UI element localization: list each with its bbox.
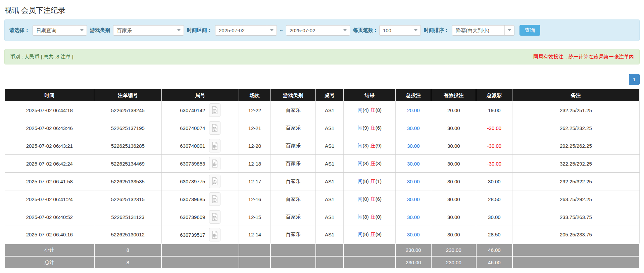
cell-remark: 292.25/262.25 [512, 137, 639, 155]
cell-valid-bet: 30.00 [431, 208, 476, 226]
cell-table-no: AS1 [316, 208, 344, 226]
date-range-tilde: ~ [280, 28, 283, 33]
cell-result: 闲(8)庄(1) [344, 173, 396, 190]
result-player-score: (4) [362, 107, 368, 113]
cell-result: 闲(8)庄(0) [344, 208, 396, 226]
result-banker-score: (9) [376, 143, 382, 148]
column-header-5: 游戏类别 [270, 90, 315, 101]
chevron-down-icon[interactable] [77, 26, 87, 35]
result-banker-score: (9) [376, 231, 382, 237]
total-bet-link[interactable]: 30.00 [407, 143, 420, 149]
video-replay-button[interactable] [209, 139, 220, 152]
cell-payout: -30.00 [476, 137, 512, 155]
result-banker-score: (8) [376, 107, 382, 113]
total-bet-link[interactable]: 30.00 [407, 196, 420, 202]
video-replay-button[interactable] [209, 192, 220, 206]
grand-total-total-bet: 230.00 [396, 256, 431, 269]
summary-currency-count: 币别 : 人民币 | 总共 :8 注单 | [10, 54, 73, 60]
result-banker: 庄 [370, 143, 376, 148]
total-bet-link[interactable]: 30.00 [407, 179, 420, 184]
chevron-down-icon[interactable] [267, 26, 277, 35]
chevron-down-icon[interactable] [174, 26, 184, 35]
video-replay-button[interactable] [209, 228, 220, 241]
sort-value: 降幂(由大到小) [452, 26, 504, 35]
cell-bet-no: 522625131123 [94, 208, 161, 226]
cell-bet-no: 522625133535 [94, 173, 161, 190]
total-bet-link[interactable]: 30.00 [407, 232, 420, 237]
cell-game-type: 百家乐 [270, 101, 315, 119]
query-type-value: 日期查询 [33, 26, 77, 35]
table-row: 2025-07-02 06:43:21522625136285630740001… [5, 137, 639, 155]
total-bet-link[interactable]: 30.00 [407, 161, 420, 167]
video-replay-button[interactable] [209, 175, 220, 188]
video-replay-button[interactable] [209, 121, 220, 135]
cell-valid-bet: 30.00 [431, 119, 476, 137]
cell-valid-bet: 30.00 [431, 190, 476, 208]
result-player-score: (0) [362, 196, 368, 202]
chevron-down-icon[interactable] [411, 26, 420, 35]
result-banker: 庄 [370, 214, 376, 220]
search-button[interactable]: 查询 [519, 25, 540, 36]
column-header-2: 注单编号 [94, 90, 161, 101]
cell-remark: 263.75/292.25 [512, 190, 639, 208]
subtotal-valid-bet: 230.00 [431, 244, 476, 256]
page-button-1[interactable]: 1 [629, 74, 640, 85]
video-file-icon [211, 141, 218, 150]
column-header-3: 局号 [161, 90, 239, 101]
total-bet-link[interactable]: 30.00 [407, 125, 420, 131]
date-to-select[interactable]: 2025-07-02 [286, 25, 350, 36]
column-header-8: 总投注 [396, 90, 431, 101]
round-no: 630739853 [180, 161, 205, 167]
column-header-11: 备注 [512, 90, 639, 101]
video-file-icon [211, 195, 218, 203]
page-title: 视讯 会员下注纪录 [4, 5, 640, 15]
cell-time: 2025-07-02 06:42:24 [5, 155, 94, 173]
subtotal-remark [512, 244, 639, 256]
cell-round-no: 630739609 [161, 208, 239, 226]
cell-bet-no: 522625137195 [94, 119, 161, 137]
table-row: 2025-07-02 06:42:24522625134469630739853… [5, 155, 639, 173]
bets-table: 时间注单编号局号场次游戏类别桌号结果总投注有效投注总派彩备注 2025-07-0… [4, 89, 640, 269]
cell-time: 2025-07-02 06:40:16 [5, 226, 94, 244]
total-bet-link[interactable]: 20.00 [407, 107, 420, 113]
date-from-select[interactable]: 2025-07-02 [215, 25, 277, 36]
video-file-icon [211, 230, 218, 239]
video-file-icon [211, 177, 218, 186]
grand-total-payout: 46.00 [476, 256, 512, 269]
video-file-icon [211, 106, 218, 115]
subtotal-game [270, 244, 315, 256]
video-replay-button[interactable] [209, 157, 220, 170]
table-header: 时间注单编号局号场次游戏类别桌号结果总投注有效投注总派彩备注 [5, 90, 639, 101]
cell-valid-bet: 30.00 [431, 173, 476, 190]
video-replay-button[interactable] [209, 103, 220, 117]
total-bet-link[interactable]: 30.00 [407, 214, 420, 220]
cell-table-no: AS1 [316, 190, 344, 208]
column-header-9: 有效投注 [431, 90, 476, 101]
cell-payout: 19.00 [476, 101, 512, 119]
cell-remark: 262.25/232.25 [512, 119, 639, 137]
video-replay-button[interactable] [209, 210, 220, 224]
round-no: 630739775 [180, 179, 205, 184]
sort-select[interactable]: 降幂(由大到小) [452, 25, 514, 36]
cell-total-bet: 30.00 [396, 190, 431, 208]
cell-payout: 28.50 [476, 226, 512, 244]
column-header-7: 结果 [344, 90, 396, 101]
cell-remark: 232.25/251.25 [512, 101, 639, 119]
chevron-down-icon[interactable] [340, 26, 350, 35]
chevron-down-icon[interactable] [504, 26, 514, 35]
cell-table-no: AS1 [316, 101, 344, 119]
page-size-select[interactable]: 100 [379, 25, 421, 36]
game-type-select[interactable]: 百家乐 [113, 25, 184, 36]
cell-game-type: 百家乐 [270, 155, 315, 173]
video-file-icon [211, 124, 218, 132]
cell-total-bet: 30.00 [396, 137, 431, 155]
cell-valid-bet: 30.00 [431, 155, 476, 173]
cell-total-bet: 30.00 [396, 208, 431, 226]
query-type-select[interactable]: 日期查询 [33, 25, 87, 36]
time-range-label: 时间区间： [187, 27, 212, 34]
cell-result: 闲(0)庄(6) [344, 190, 396, 208]
result-banker: 庄 [370, 178, 376, 184]
column-header-1: 时间 [5, 90, 94, 101]
cell-game-type: 百家乐 [270, 226, 315, 244]
subtotal-table [316, 244, 344, 256]
